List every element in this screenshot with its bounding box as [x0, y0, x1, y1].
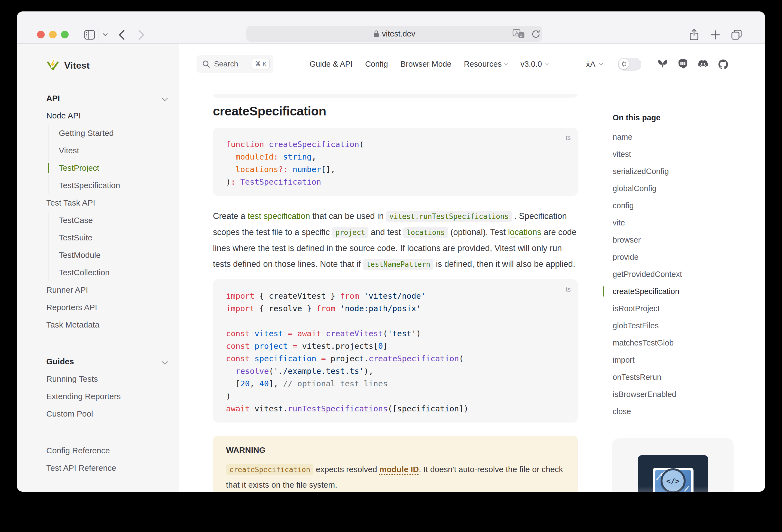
tab-overview-icon[interactable]	[730, 29, 743, 41]
outline-item-name[interactable]: name	[613, 129, 743, 146]
code-token: 'test'	[388, 329, 416, 338]
sun-icon	[620, 61, 627, 67]
nav-link-label: v3.0.0	[520, 60, 542, 69]
minimize-window-button[interactable]	[49, 31, 57, 38]
sidebar-item-label: Getting Started	[59, 129, 114, 138]
lock-icon	[373, 30, 379, 38]
bluesky-icon[interactable]	[657, 58, 669, 70]
nav-link-resources[interactable]: Resources	[464, 60, 508, 69]
outline-item-createspecification[interactable]: createSpecification	[613, 283, 743, 300]
back-button[interactable]	[115, 29, 128, 41]
code-token: specification	[250, 354, 321, 363]
theme-toggle[interactable]	[618, 58, 641, 71]
outline-item-close[interactable]: close	[613, 403, 743, 420]
sidebar-section-divider	[46, 343, 167, 343]
sidebar-item-label: TestCase	[59, 216, 93, 225]
address-bar[interactable]: vitest.dev	[246, 26, 542, 42]
outline-title: On this page	[613, 113, 743, 124]
sidebar-item-guides[interactable]: Guides	[46, 353, 167, 370]
code-language-tag: ts	[566, 132, 571, 144]
sidebar-item-test-task-api[interactable]: Test Task API	[46, 194, 167, 212]
share-icon[interactable]	[688, 29, 700, 41]
nav-link-label: Browser Mode	[400, 60, 452, 69]
translate-glyph-icon: ẋA	[586, 60, 596, 69]
sidebar-item-testmodule[interactable]: TestModule	[48, 246, 167, 264]
code-token: from	[316, 304, 335, 313]
new-tab-icon[interactable]	[709, 29, 721, 41]
code-token: (	[459, 354, 464, 363]
code-token: // optional test lines	[283, 379, 388, 388]
sidebar-item-task-metadata[interactable]: Task Metadata	[46, 316, 167, 333]
code-token: (	[383, 329, 387, 338]
outline-item-globalconfig[interactable]: globalConfig	[613, 180, 743, 197]
language-switcher[interactable]: ẋA	[586, 60, 602, 69]
outline-item-config[interactable]: config	[613, 197, 743, 214]
sidebar-item-config-reference[interactable]: Config Reference	[46, 442, 167, 459]
code-token: )	[226, 177, 230, 186]
code-line: const vitest = await createVitest('test'…	[226, 327, 567, 340]
outline-item-isrootproject[interactable]: isRootProject	[613, 300, 743, 317]
nav-link-browser-mode[interactable]: Browser Mode	[400, 60, 452, 69]
nav-link-v3-0-0[interactable]: v3.0.0	[520, 60, 548, 69]
outline-item-vite[interactable]: vite	[613, 214, 743, 232]
inline-link-test-specification[interactable]: test specification	[248, 211, 310, 221]
nav-divider	[649, 58, 649, 71]
sidebar-item-testspecification[interactable]: TestSpecification	[48, 177, 167, 194]
code-token: =	[288, 329, 292, 338]
translate-icon[interactable]: A x̄	[512, 29, 527, 40]
inline-link-locations[interactable]: locations	[508, 227, 541, 237]
inline-code-link-vitest-runtestspecifications[interactable]: vitest.runTestSpecifications	[386, 211, 512, 222]
reload-icon[interactable]	[531, 29, 541, 39]
outline-item-matchestestglob[interactable]: matchesTestGlob	[613, 334, 743, 352]
outline-item-getprovidedcontext[interactable]: getProvidedContext	[613, 266, 743, 283]
zoom-window-button[interactable]	[61, 31, 69, 38]
sidebar-toggle-icon[interactable]	[83, 29, 96, 41]
sidebar-item-testcollection[interactable]: TestCollection	[48, 264, 167, 281]
sidebar-item-getting-started[interactable]: Getting Started	[48, 125, 167, 142]
outline-item-isbrowserenabled[interactable]: isBrowserEnabled	[613, 386, 743, 403]
sidebar-item-extending-reporters[interactable]: Extending Reporters	[46, 388, 167, 405]
outline-item-import[interactable]: import	[613, 352, 743, 369]
outline-item-provide[interactable]: provide	[613, 249, 743, 266]
code-token	[335, 304, 340, 313]
warning-link-module-id[interactable]: module ID	[379, 465, 419, 474]
nav-link-config[interactable]: Config	[365, 60, 388, 69]
sidebar-item-testcase[interactable]: TestCase	[48, 212, 167, 229]
sidebar-item-vitest[interactable]: Vitest	[48, 142, 167, 159]
outline-item-ontestsrerun[interactable]: onTestsRerun	[613, 369, 743, 386]
sidebar-item-testproject[interactable]: TestProject	[48, 159, 167, 177]
outline-item-serializedconfig[interactable]: serializedConfig	[613, 163, 743, 180]
sidebar-item-reporters-api[interactable]: Reporters API	[46, 299, 167, 316]
vitest-logo[interactable]: Vitest	[46, 59, 167, 72]
outline-item-browser[interactable]: browser	[613, 232, 743, 249]
sidebar-item-testsuite[interactable]: TestSuite	[48, 229, 167, 246]
sidebar-item-api[interactable]: API	[46, 90, 167, 107]
discord-icon[interactable]	[697, 58, 709, 70]
mastodon-icon[interactable]	[677, 58, 689, 70]
search-icon	[202, 60, 210, 68]
code-token: 40	[259, 379, 269, 388]
sidebar-item-running-tests[interactable]: Running Tests	[46, 370, 167, 388]
sidebar-item-label: Extending Reporters	[46, 392, 121, 401]
search-label: Search	[214, 60, 238, 68]
sidebar-item-test-api-reference[interactable]: Test API Reference	[46, 459, 167, 477]
nav-link-guide-api[interactable]: Guide & API	[310, 60, 353, 69]
sidebar-item-custom-pool[interactable]: Custom Pool	[46, 405, 167, 423]
sidebar-item-node-api[interactable]: Node API	[46, 107, 167, 125]
sponsor-card[interactable]: </>	[612, 438, 734, 492]
github-icon[interactable]	[717, 58, 729, 70]
code-token: (	[269, 366, 273, 376]
sidebar-item-label: TestSuite	[59, 233, 92, 242]
sidebar-item-runner-api[interactable]: Runner API	[46, 281, 167, 299]
code-token	[264, 140, 269, 149]
warning-callout: WARNING createSpecification expects reso…	[213, 436, 578, 492]
code-token: string	[278, 152, 312, 162]
outline-item-globtestfiles[interactable]: globTestFiles	[613, 317, 743, 334]
search-input[interactable]: Search ⌘ K	[197, 55, 273, 73]
close-window-button[interactable]	[37, 31, 45, 38]
forward-button[interactable]	[135, 29, 148, 41]
code-line: resolve('./example.test.ts'),	[226, 365, 567, 377]
sidebar-menu-chevron-icon[interactable]	[99, 29, 112, 41]
inline-code-link-testnamepattern[interactable]: testNamePattern	[363, 259, 433, 270]
outline-item-vitest[interactable]: vitest	[613, 146, 743, 163]
